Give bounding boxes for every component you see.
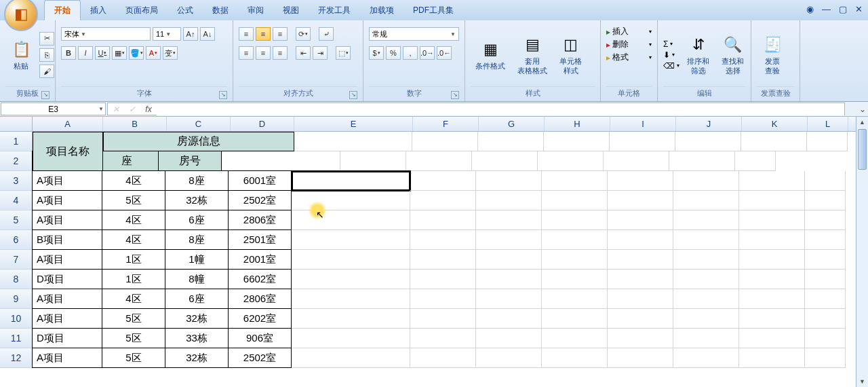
align-left-button[interactable]: ≡: [239, 46, 254, 60]
cell-H3[interactable]: [542, 171, 608, 191]
cell-L6[interactable]: [805, 230, 846, 250]
cell-F5[interactable]: [410, 210, 476, 230]
cell-C6[interactable]: 8座: [165, 229, 229, 250]
cell-K11[interactable]: [739, 329, 805, 348]
col-header-D[interactable]: D: [231, 117, 294, 131]
cell-F7[interactable]: [410, 250, 476, 270]
cell-G1[interactable]: [478, 132, 544, 151]
accounting-format-button[interactable]: $: [369, 46, 384, 60]
row-header-10[interactable]: 10: [0, 309, 33, 329]
cell-F3[interactable]: [410, 171, 476, 191]
cell-F6[interactable]: [410, 230, 476, 250]
align-launcher[interactable]: ↘: [349, 91, 357, 99]
align-top-button[interactable]: ≡: [239, 27, 254, 41]
cell-K7[interactable]: [739, 250, 805, 270]
col-header-I[interactable]: I: [610, 117, 676, 131]
cell-C3[interactable]: 8座: [165, 170, 229, 191]
cell-I7[interactable]: [608, 250, 673, 270]
cell-E10[interactable]: [292, 309, 410, 329]
row-header-5[interactable]: 5: [0, 210, 33, 230]
cell-A9[interactable]: A项目: [32, 289, 102, 309]
cell-B9[interactable]: 4区: [102, 289, 165, 309]
align-right-button[interactable]: ≡: [273, 46, 288, 60]
cell-I3[interactable]: [608, 171, 673, 191]
cell-K1[interactable]: [741, 132, 807, 151]
format-cell-button[interactable]: ▸格式▾: [606, 52, 652, 63]
cell-I10[interactable]: [608, 309, 673, 329]
cell-J4[interactable]: [673, 191, 739, 210]
cell-E4[interactable]: [292, 191, 410, 210]
cell-B10[interactable]: 5区: [102, 308, 165, 329]
cell-E2[interactable]: [222, 151, 340, 171]
number-format-combo[interactable]: 常规▼: [369, 27, 459, 41]
cell-E8[interactable]: [292, 270, 410, 289]
cell-B6[interactable]: 4区: [102, 229, 165, 250]
cell-C2[interactable]: 座: [95, 151, 159, 171]
cell-G5[interactable]: [476, 210, 542, 230]
merge-button[interactable]: ⬚: [336, 46, 351, 60]
col-header-C[interactable]: C: [167, 117, 231, 131]
comma-button[interactable]: ,: [403, 46, 418, 60]
col-header-J[interactable]: J: [676, 117, 742, 131]
col-header-H[interactable]: H: [545, 117, 610, 131]
cell-E9[interactable]: [292, 289, 410, 309]
restore-icon[interactable]: ▢: [839, 4, 847, 14]
cell-F12[interactable]: [410, 348, 476, 368]
cell-J6[interactable]: [673, 230, 739, 250]
cell-K5[interactable]: [739, 210, 805, 230]
cell-A11[interactable]: D项目: [32, 328, 102, 348]
cell-K2[interactable]: [669, 151, 735, 171]
name-box[interactable]: E3▼: [1, 103, 106, 115]
col-header-L[interactable]: L: [808, 117, 848, 131]
cell-A3[interactable]: A项目: [32, 170, 102, 191]
cell-F8[interactable]: [410, 270, 476, 289]
tab-view[interactable]: 视图: [273, 1, 309, 20]
cell-C10[interactable]: 32栋: [165, 308, 229, 329]
row-header-1[interactable]: 1: [0, 132, 33, 151]
cell-C9[interactable]: 6座: [165, 289, 229, 309]
cell-I6[interactable]: [608, 230, 673, 250]
cell-H12[interactable]: [542, 348, 608, 368]
col-header-K[interactable]: K: [742, 117, 808, 131]
cell-B8[interactable]: 1区: [102, 269, 165, 289]
cell-K3[interactable]: [739, 171, 805, 191]
cell-C5[interactable]: 6座: [165, 210, 229, 230]
col-header-G[interactable]: G: [479, 117, 545, 131]
italic-button[interactable]: I: [78, 46, 93, 60]
cell-D5[interactable]: 2806室: [228, 210, 292, 230]
percent-button[interactable]: %: [386, 46, 401, 60]
cell-E3[interactable]: [292, 171, 410, 191]
fx-button[interactable]: fx: [140, 105, 157, 114]
orientation-button[interactable]: ⟳: [296, 27, 311, 41]
align-center-button[interactable]: ≡: [256, 46, 271, 60]
row-header-12[interactable]: 12: [0, 348, 33, 368]
cell-E12[interactable]: [292, 348, 410, 368]
cell-C12[interactable]: 32栋: [165, 348, 229, 368]
cell-I9[interactable]: [608, 289, 673, 309]
format-as-table-button[interactable]: ▤套用 表格格式: [513, 31, 552, 78]
font-color-button[interactable]: A: [146, 46, 161, 60]
cell-F10[interactable]: [410, 309, 476, 329]
tab-data[interactable]: 数据: [203, 1, 238, 20]
cell-F11[interactable]: [410, 329, 476, 348]
cell-I4[interactable]: [608, 191, 673, 210]
col-header-F[interactable]: F: [413, 117, 479, 131]
cell-L9[interactable]: [805, 289, 846, 309]
increase-indent-button[interactable]: ⇥: [313, 46, 328, 60]
cell-J10[interactable]: [673, 309, 739, 329]
cell-L7[interactable]: [805, 250, 846, 270]
cell-J12[interactable]: [673, 348, 739, 368]
increase-decimal-button[interactable]: .0→: [420, 46, 435, 60]
cell-C11[interactable]: 33栋: [165, 328, 229, 348]
cell-G9[interactable]: [476, 289, 542, 309]
tab-insert[interactable]: 插入: [81, 1, 116, 20]
cell-E11[interactable]: [292, 329, 410, 348]
cell-A6[interactable]: B项目: [32, 229, 102, 250]
cell-G11[interactable]: [476, 329, 542, 348]
cell-L10[interactable]: [805, 309, 846, 329]
col-header-B[interactable]: B: [103, 117, 167, 131]
cell-D3[interactable]: 6001室: [228, 170, 292, 191]
cell-G2[interactable]: [406, 151, 472, 171]
cell-D7[interactable]: 2001室: [228, 249, 292, 270]
cell-K4[interactable]: [739, 191, 805, 210]
